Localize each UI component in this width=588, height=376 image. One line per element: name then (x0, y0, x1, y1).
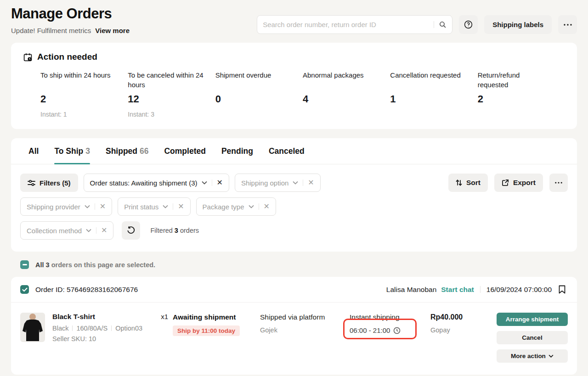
tab-to-ship[interactable]: To Ship3 (54, 138, 90, 164)
chip-print-status[interactable]: Print status ✕ (118, 197, 190, 216)
calendar-clock-icon (23, 52, 33, 62)
chevron-down-icon[interactable] (85, 205, 90, 208)
metric-shipment-overdue[interactable]: Shipment overdue 0 (215, 70, 303, 118)
shipping-via-cell: Shipped via platform Gojek (260, 313, 350, 363)
ellipsis-icon (555, 182, 562, 184)
metric-abnormal-packages[interactable]: Abnormal packages 4 (303, 70, 390, 118)
reset-icon (127, 226, 135, 235)
sort-icon (456, 179, 462, 186)
list-more-button[interactable] (549, 174, 568, 192)
chevron-down-icon[interactable] (249, 205, 254, 208)
filters-button[interactable]: Filters (5) (20, 174, 78, 192)
order-tabs: All To Ship3 Shipped66 Completed Pending… (11, 138, 577, 164)
product-image[interactable] (20, 313, 45, 342)
selection-bar: All 3 orders on this page are selected. (20, 260, 577, 269)
filter-row-3: Collection method ✕ Filtered3orders (20, 221, 568, 240)
order-meta: Lalisa Manoban Start chat 16/09/2024 07:… (386, 285, 566, 294)
action-needed-header: Action needed (23, 52, 565, 62)
payment-method: Gopay (430, 326, 495, 334)
page-subtitle: Update! Fulfilment metricsView more (11, 27, 130, 34)
payment-amount: Rp40.000 (430, 313, 495, 321)
clear-filter-icon[interactable]: ✕ (100, 203, 106, 210)
chip-package-type[interactable]: Package type ✕ (196, 197, 276, 216)
page-title: Manage Orders (11, 6, 130, 22)
view-more-link[interactable]: View more (95, 27, 130, 34)
page-header: Manage Orders Update! Fulfilment metrics… (0, 0, 588, 43)
chip-collection-method[interactable]: Collection method ✕ (20, 221, 113, 240)
metric-return-refund[interactable]: Return/refund requested 2 (478, 70, 565, 118)
action-metrics: To ship within 24 hours 2 Instant: 1 To … (40, 70, 565, 118)
select-all-checkbox[interactable] (20, 260, 29, 269)
export-icon (502, 179, 509, 186)
filter-row-2: Shipping provider ✕ Print status ✕ Packa… (20, 197, 568, 216)
order-content: Black T-shirt x1 Black 160/80A/S Option0… (11, 303, 577, 375)
more-action-button[interactable]: More action (497, 349, 568, 363)
chip-shipping-provider[interactable]: Shipping provider ✕ (20, 197, 112, 216)
help-button[interactable] (459, 15, 478, 34)
order-card: Order ID: 576469283162067676 Lalisa Mano… (11, 277, 577, 375)
export-button[interactable]: Export (494, 174, 543, 192)
selection-text: All 3 orders on this page are selected. (35, 261, 155, 269)
clear-filter-icon[interactable]: ✕ (308, 179, 314, 186)
chevron-down-icon[interactable] (293, 181, 298, 185)
metric-to-be-canceled[interactable]: To be canceled within 24 hours 12 Instan… (128, 70, 215, 118)
update-text: Update! Fulfilment metrics (11, 27, 91, 34)
product-cell: Black T-shirt x1 Black 160/80A/S Option0… (20, 313, 173, 363)
order-checkbox[interactable] (20, 285, 29, 294)
help-icon (464, 20, 473, 29)
order-actions: Arrange shipment Cancel More action (497, 313, 568, 363)
orders-panel: All To Ship3 Shipped66 Completed Pending… (11, 138, 577, 252)
ship-by-badge: Ship by 11:00 today (173, 325, 240, 336)
ellipsis-icon (564, 24, 572, 26)
tab-all[interactable]: All (28, 138, 39, 164)
product-name[interactable]: Black T-shirt (52, 313, 95, 321)
cancel-button[interactable]: Cancel (497, 331, 568, 344)
product-info: Black T-shirt x1 Black 160/80A/S Option0… (52, 313, 173, 363)
order-datetime: 16/09/2024 07:00:00 (486, 286, 552, 294)
order-status: Awaiting shipment (173, 313, 260, 321)
buyer-name: Lalisa Manoban (386, 286, 436, 294)
header-more-button[interactable] (558, 15, 577, 34)
shipping-labels-button[interactable]: Shipping labels (484, 15, 552, 34)
search-input[interactable] (263, 21, 429, 28)
search-icon[interactable] (439, 21, 447, 28)
action-needed-card: Action needed To ship within 24 hours 2 … (11, 43, 577, 129)
clear-filter-icon[interactable]: ✕ (101, 227, 107, 234)
metric-to-ship[interactable]: To ship within 24 hours 2 Instant: 1 (40, 70, 128, 118)
filter-row-1: Filters (5) Order status: Awaiting shipm… (20, 174, 568, 192)
tab-shipped[interactable]: Shipped66 (106, 138, 149, 164)
order-search-box[interactable] (257, 15, 452, 34)
chip-order-status[interactable]: Order status: Awaiting shipment (3) ✕ (84, 174, 229, 192)
tab-pending[interactable]: Pending (221, 138, 253, 164)
clear-filter-icon[interactable]: ✕ (264, 203, 270, 210)
order-id: Order ID: 576469283162067676 (35, 286, 138, 294)
search-divider (434, 21, 434, 28)
arrange-shipment-button[interactable]: Arrange shipment (497, 313, 568, 326)
header-controls: Shipping labels (257, 15, 577, 34)
list-tools: Sort Export (448, 174, 568, 192)
action-needed-title: Action needed (37, 52, 97, 62)
filters-area: Filters (5) Order status: Awaiting shipm… (11, 164, 577, 252)
metric-cancellation-requested[interactable]: Cancellation requested 1 (390, 70, 477, 118)
instant-shipping-cell: Instant shipping 06:00 - 21:00 (350, 313, 430, 363)
payment-cell: Rp40.000 Gopay (430, 313, 495, 363)
product-sku: Seller SKU: 10 (52, 335, 173, 342)
shipping-provider: Gojek (260, 326, 350, 334)
chevron-down-icon[interactable] (86, 229, 91, 232)
reset-filters-button[interactable] (122, 221, 140, 240)
chevron-down-icon[interactable] (163, 205, 168, 208)
sort-button[interactable]: Sort (448, 174, 488, 192)
chevron-down-icon[interactable] (202, 181, 207, 185)
clear-filter-icon[interactable]: ✕ (217, 179, 223, 186)
bookmark-icon[interactable] (558, 285, 566, 294)
filtered-count-note: Filtered3orders (150, 227, 199, 234)
tab-completed[interactable]: Completed (164, 138, 205, 164)
tab-canceled[interactable]: Canceled (269, 138, 305, 164)
start-chat-link[interactable]: Start chat (441, 286, 474, 294)
clear-filter-icon[interactable]: ✕ (178, 203, 184, 210)
chip-shipping-option[interactable]: Shipping option ✕ (235, 174, 321, 192)
title-block: Manage Orders Update! Fulfilment metrics… (11, 6, 130, 34)
chevron-down-icon (548, 354, 554, 358)
sliders-icon (28, 180, 35, 186)
clock-icon[interactable] (393, 327, 401, 334)
